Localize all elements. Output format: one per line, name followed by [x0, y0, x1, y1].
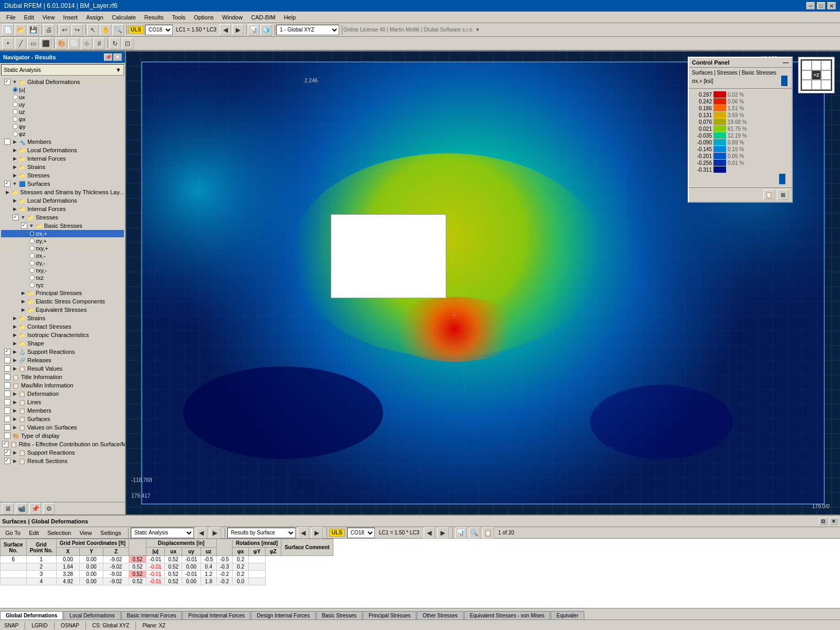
- nav-close-btn[interactable]: ✕: [113, 54, 122, 61]
- bottom-tab[interactable]: Equivaler: [551, 611, 584, 620]
- undo-btn[interactable]: ↩: [59, 24, 70, 36]
- cp-settings-btn[interactable]: ⊞: [777, 190, 789, 200]
- exp-s-equiv[interactable]: ▶: [20, 307, 26, 313]
- menu-window[interactable]: Window: [218, 13, 247, 22]
- bottom-tab[interactable]: Basic Internal Forces: [121, 611, 182, 620]
- exp-s-strains[interactable]: ▶: [12, 315, 18, 321]
- cb-vos[interactable]: [4, 424, 10, 430]
- cb-global-def[interactable]: [4, 79, 10, 85]
- new-btn[interactable]: 📄: [2, 24, 14, 36]
- results-btn[interactable]: 📊: [248, 24, 259, 36]
- bp-edit[interactable]: Edit: [26, 529, 42, 537]
- osnap-label[interactable]: OSNAP: [61, 623, 79, 628]
- bottom-tab[interactable]: Principal Internal Forces: [182, 611, 250, 620]
- cb-rs[interactable]: [4, 458, 10, 464]
- bp-icon2[interactable]: 🔍: [469, 527, 480, 539]
- radio-txp[interactable]: [29, 246, 35, 251]
- exp-surfaces[interactable]: ▼: [12, 181, 18, 187]
- bp-expand-btn[interactable]: ⊡: [819, 518, 827, 525]
- tree-type-display[interactable]: 🎨 Type of display: [1, 432, 124, 440]
- fitall-btn[interactable]: ⊡: [122, 38, 133, 49]
- tree-s-localdef[interactable]: ▶ 📁 Local Deformations: [1, 196, 124, 205]
- tree-u[interactable]: |u|: [1, 86, 124, 93]
- tree-s-txz[interactable]: τxz: [1, 274, 124, 281]
- exp-vos[interactable]: ▶: [12, 424, 18, 430]
- bp-analysis-combo[interactable]: Static Analysis: [131, 528, 194, 538]
- bp-close-btn[interactable]: ✕: [830, 518, 838, 525]
- bp-res-prev[interactable]: ◀: [298, 527, 309, 539]
- print-btn[interactable]: 🖨: [43, 24, 55, 36]
- node-btn[interactable]: •: [2, 38, 14, 49]
- tree-py[interactable]: φy: [1, 123, 124, 130]
- grid-label[interactable]: LGRID: [32, 623, 48, 628]
- exp-members2[interactable]: ▶: [12, 407, 18, 414]
- bp-settings[interactable]: Settings: [97, 529, 124, 537]
- tree-result-sections[interactable]: ▶ 📋 Result Sections: [1, 457, 124, 465]
- render-btn[interactable]: 🎨: [56, 38, 67, 49]
- tree-m-intforces[interactable]: ▶ 📁 Internal Forces: [1, 154, 124, 163]
- exp-lines[interactable]: ▶: [12, 399, 18, 405]
- bottom-tab[interactable]: Local Deformations: [64, 611, 120, 620]
- tree-members[interactable]: ▶ 🔩 Members: [1, 138, 124, 146]
- tree-title-info[interactable]: 📋 Title Information: [1, 373, 124, 381]
- radio-py[interactable]: [13, 124, 18, 129]
- exp-support-rx2[interactable]: ▶: [12, 449, 18, 456]
- nav-pin-btn[interactable]: 📌: [104, 54, 112, 61]
- exp-members[interactable]: ▶: [12, 139, 18, 145]
- bottom-tab[interactable]: Global Deformations: [0, 611, 63, 620]
- menu-results[interactable]: Results: [140, 13, 168, 22]
- zoom-btn[interactable]: 🔍: [112, 24, 124, 36]
- menu-calculate[interactable]: Calculate: [108, 13, 140, 22]
- tree-deformation[interactable]: ▶ 📋 Deformation: [1, 390, 124, 398]
- bottom-tab[interactable]: Principal Stresses: [363, 611, 416, 620]
- exp-surfaces2[interactable]: ▶: [12, 416, 18, 422]
- menu-assign[interactable]: Assign: [82, 13, 108, 22]
- bottom-tab[interactable]: Other Stresses: [417, 611, 464, 620]
- radio-syp[interactable]: [29, 238, 35, 244]
- tree-lines[interactable]: ▶ 📋 Lines: [1, 398, 124, 406]
- tree-m-stresses[interactable]: ▶ 📁 Stresses: [1, 171, 124, 180]
- tree-s-sym[interactable]: σy,-: [1, 259, 124, 267]
- bp-selection[interactable]: Selection: [44, 529, 74, 537]
- tree-s-intforces[interactable]: ▶ 📁 Internal Forces: [1, 205, 124, 213]
- exp-result-values[interactable]: ▶: [12, 365, 18, 372]
- cb-s-stresses[interactable]: [13, 214, 19, 220]
- radio-uy[interactable]: [13, 102, 18, 107]
- cb-support-rx[interactable]: [4, 349, 10, 355]
- radio-px[interactable]: [13, 117, 18, 122]
- tree-s-contact[interactable]: ▶ 📁 Contact Stresses: [1, 322, 124, 331]
- cb-releases[interactable]: [4, 357, 10, 363]
- tree-result-values[interactable]: ▶ 📋 Result Values: [1, 364, 124, 373]
- viewport[interactable]: -12.162 2.246 -1.162 -118.768 179.417 17…: [126, 51, 840, 514]
- menu-file[interactable]: File: [2, 13, 20, 22]
- cb-members[interactable]: [4, 139, 10, 145]
- tree-s-syp[interactable]: σy,+: [1, 237, 124, 245]
- cp-minimize[interactable]: —: [783, 59, 789, 66]
- tree-m-localdef[interactable]: ▶ 📁 Local Deformations: [1, 146, 124, 154]
- exp-s-contact[interactable]: ▶: [12, 323, 18, 330]
- tree-s-shape[interactable]: ▶ 📁 Shape: [1, 339, 124, 348]
- cs-combo[interactable]: 1 - Global XYZ: [276, 25, 339, 35]
- radio-uz[interactable]: [13, 109, 18, 114]
- nav-btn-2[interactable]: 📹: [16, 503, 27, 514]
- menu-view[interactable]: View: [38, 13, 59, 22]
- tree-s-strains[interactable]: ▶ 📁 Strains: [1, 314, 124, 322]
- cb-maxmin-info[interactable]: [4, 382, 10, 388]
- exp-global-def[interactable]: ▼: [12, 79, 18, 85]
- cb-support-rx2[interactable]: [4, 449, 10, 456]
- tree-s-sxm[interactable]: σx,-: [1, 252, 124, 259]
- cb-members2[interactable]: [4, 407, 10, 414]
- radio-sym[interactable]: [29, 260, 35, 266]
- minimize-button[interactable]: ─: [806, 2, 815, 9]
- tree-support-rx[interactable]: ▶ ⚓ Support Reactions: [1, 348, 124, 356]
- open-btn[interactable]: 📂: [15, 24, 26, 36]
- tree-s-txm[interactable]: τxy,-: [1, 267, 124, 274]
- select-btn[interactable]: ↖: [87, 24, 99, 36]
- tree-uz[interactable]: uz: [1, 108, 124, 116]
- next-lc[interactable]: ▶: [232, 24, 244, 36]
- close-button[interactable]: ✕: [827, 2, 836, 9]
- cb-deformation[interactable]: [4, 391, 10, 397]
- tree-ux[interactable]: ux: [1, 93, 124, 101]
- radio-txz[interactable]: [29, 275, 35, 280]
- menu-options[interactable]: Options: [190, 13, 218, 22]
